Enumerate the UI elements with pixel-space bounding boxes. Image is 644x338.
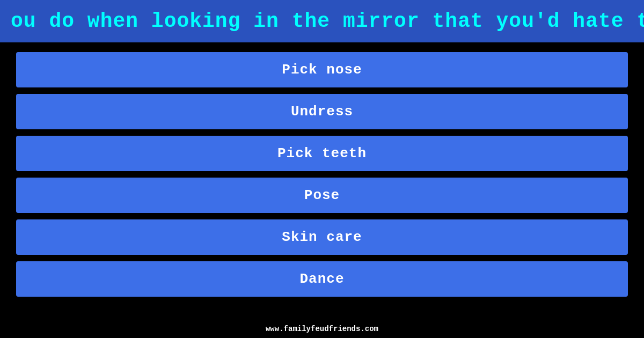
answer-button-5[interactable]: Dance: [16, 261, 628, 297]
answer-button-3[interactable]: Pose: [16, 178, 628, 213]
answer-button-0[interactable]: Pick nose: [16, 52, 628, 87]
answers-container: Pick noseUndressPick teethPoseSkin careD…: [0, 42, 644, 302]
answer-button-1[interactable]: Undress: [16, 94, 628, 129]
footer: www.familyfeudfriends.com: [0, 324, 644, 334]
answer-button-2[interactable]: Pick teeth: [16, 136, 628, 171]
answer-button-4[interactable]: Skin care: [16, 219, 628, 255]
footer-url: www.familyfeudfriends.com: [266, 325, 378, 333]
header-text: ou do when looking in the mirror that yo…: [11, 10, 644, 33]
header: ou do when looking in the mirror that yo…: [0, 0, 644, 42]
